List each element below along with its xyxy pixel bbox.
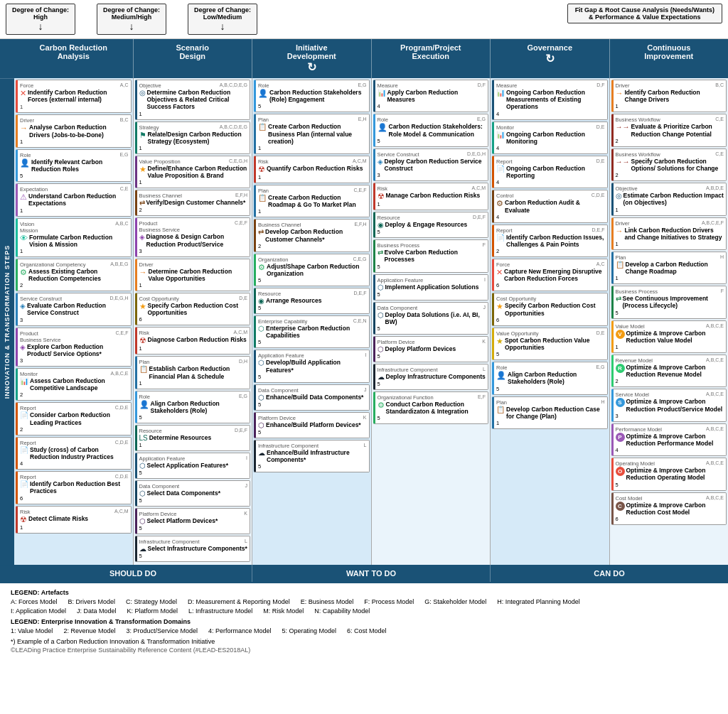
legend-item-a: A: Forces Model bbox=[11, 598, 58, 605]
card-service-1: Service Construct D,E,G,H ◈ Evaluate Car… bbox=[16, 293, 132, 325]
legend-title-2: LEGEND: Enterprise Innovation & Transfor… bbox=[11, 618, 717, 625]
card-infra-2: Infrastructure Component L ☁ Enhance/Bui… bbox=[254, 440, 370, 472]
legend-title-1: LEGEND: Artefacts bbox=[11, 589, 717, 596]
legend-item-k: K: Platform Model bbox=[127, 607, 178, 615]
column-4: Measure D,F 📊 Apply Carbon Reduction Mea… bbox=[372, 78, 491, 565]
legend-domain-4: 4: Performance Model bbox=[208, 627, 272, 634]
card-product-1: ProductBusiness Service C,E,F ◈ Explore … bbox=[16, 328, 132, 367]
legend-credit: ©LEADing Practice Enterprise Sustainabil… bbox=[11, 647, 717, 654]
column-2: Objective A,B,C,D,E,G ◎ Determine Carbon… bbox=[134, 78, 253, 565]
card-infra-1: Infrastructure Component L ☁ Select Infr… bbox=[135, 536, 251, 562]
legend-item-h: H: Integrated Planning Model bbox=[497, 598, 580, 605]
card-force-2: Force A,C ✕ Capture New Emerging Disrupt… bbox=[492, 259, 608, 291]
card-bizwf-2: Business Workflow C,E →→ Specify Carbon … bbox=[611, 148, 727, 181]
col-header-3: Initiative Development ↻ bbox=[252, 39, 372, 78]
card-resource-2: Resource D,E,F ◉ Arrange Resources 5 bbox=[254, 288, 370, 314]
legend-row-1: A: Forces Model B: Drivers Model C: Stra… bbox=[11, 598, 717, 605]
card-plan-4: Plan H 📋 Develop Carbon Reduction Case f… bbox=[492, 396, 608, 429]
card-cost-opp-1: Cost Opportunity D,E ★ Specify Carbon Re… bbox=[135, 293, 251, 325]
card-vision-1: VisionMission A,B,C 👁 Formulate Carbon R… bbox=[16, 218, 132, 257]
card-risk-4: Risk A,C,M ☢ Manage Carbon Reduction Ris… bbox=[373, 183, 489, 210]
card-value-model-1: Value Model A,B,C,E V Optimize & Improve… bbox=[611, 320, 727, 353]
card-objective-1: Objective A,B,C,D,E,G ◎ Determine Carbon… bbox=[135, 80, 251, 120]
card-enterprise-1: Enterprise Capability C,E,N ⬡ Enterprise… bbox=[254, 315, 370, 348]
card-role-1: Role E,G 👤 Identify Relevant Carbon Redu… bbox=[16, 149, 132, 182]
card-app-1: Application Feature I ⬡ Select Applicati… bbox=[135, 453, 251, 479]
card-value-prop-1: Value Proposition C,E,G,H ★ Define/Enhan… bbox=[135, 156, 251, 188]
card-orgfunc-1: Organizational Function E,F ⚙ Conduct Ca… bbox=[373, 391, 489, 424]
card-report-4: Report D,E 📄 Ongoing Carbon Reduction Re… bbox=[492, 156, 608, 188]
side-label: INNOVATION & TRANSFORMATION STEPS bbox=[0, 78, 14, 565]
card-driver-2: Driver → Determine Carbon Reduction Valu… bbox=[135, 259, 251, 291]
card-value-opp-1: Value Opportunity D,E ★ Spot Carbon Redu… bbox=[492, 328, 608, 360]
card-plan-2: Plan E,H 📋 Create Carbon Reduction Busin… bbox=[254, 114, 370, 154]
card-role-5: Role E,G 👤 Align Carbon Reduction Stakeh… bbox=[492, 362, 608, 394]
legend-note: *) Example of a Carbon Reduction Innovat… bbox=[11, 638, 717, 645]
card-role-2: Role E,G 👤 Align Carbon Reduction Stakeh… bbox=[135, 391, 251, 423]
card-force-1: Force A,C ✕ Indentify Carbon Reduction F… bbox=[16, 80, 132, 113]
card-expectation-1: Expectation C,E ⚠ Understand Carbon Redu… bbox=[16, 183, 132, 216]
legend-item-l: L: Infrastructure Model bbox=[188, 607, 252, 615]
should-do-cell: SHOULD DO bbox=[14, 565, 252, 582]
card-revenue-model-1: Revenue Model A,B,C,E R Optimize & Impro… bbox=[611, 355, 727, 387]
col-header-1: Carbon Reduction Analysis bbox=[14, 39, 134, 78]
card-data-1: Data Component J ⬡ Select Data Component… bbox=[135, 480, 251, 507]
card-resource-1: Resource D,E,F LS Determine Resources 1 bbox=[135, 425, 251, 451]
card-app-3: Application Feature I ⬡ Implement Applic… bbox=[373, 274, 489, 301]
card-service-2: Service Construct D,E,G,H ◈ Deploy Carbo… bbox=[373, 148, 489, 181]
main-container: Degree of Change: High ↓ Degree of Chang… bbox=[0, 0, 728, 659]
card-biz-chan-1: Business Channel E,F,H ⇄ Verify/Design C… bbox=[135, 190, 251, 216]
card-service-model-1: Service Model A,B,C,E S Optimize & Impro… bbox=[611, 389, 727, 421]
legend-domain-5: 5: Operating Model bbox=[282, 627, 337, 634]
legend-item-m: M: Risk Model bbox=[263, 607, 304, 615]
card-driver-3: Driver B,C → Identify Carbon Reduction C… bbox=[611, 80, 727, 112]
card-report-5: Report D,E,F 📄 Identify Carbon Reduction… bbox=[492, 225, 608, 257]
card-platform-3: Platform Device K ⬡ Deploy Platform Devi… bbox=[373, 336, 489, 362]
card-role-4: Role E,G 👤 Carbon Reduction Stakeholders… bbox=[373, 114, 489, 146]
card-data-2: Data Component J ⬡ Enhance/Build Data Co… bbox=[254, 384, 370, 411]
card-bizprocess-1: Business Process F ⇄ Evolve Carbon Reduc… bbox=[373, 239, 489, 272]
bottom-bar: SHOULD DO WANT TO DO CAN DO bbox=[0, 565, 728, 582]
card-product-2: ProductBusiness Service C,E,F ◈ Diagnose… bbox=[135, 217, 251, 256]
card-data-3: Data Component J ⬡ Deploy Data Solutions… bbox=[373, 302, 489, 335]
card-role-3: Role E,G 👤 Carbon Reduction Stakeholders… bbox=[254, 80, 370, 112]
col-header-6: Continuous Improvement bbox=[610, 39, 729, 78]
legend-item-e: E: Business Model bbox=[301, 598, 354, 605]
legend-item-d: D: Measurement & Reporting Model bbox=[188, 598, 290, 605]
card-risk-2: Risk A,C,M ☢ Diagnose Carbon Reduction R… bbox=[135, 327, 251, 355]
card-objective-2: Objective A,B,D,E ◎ Estimate Carbon Redu… bbox=[611, 183, 727, 215]
card-cost-model-1: Cost Model A,B,C,E C Optimize & Improve … bbox=[611, 492, 727, 525]
can-do-cell: CAN DO bbox=[491, 565, 728, 582]
card-plan-5: Plan H 📋 Develop a Carbon Reduction Chan… bbox=[611, 251, 727, 284]
arrow-med-high: Degree of Change: Medium/High ↓ bbox=[97, 4, 166, 35]
want-to-do-cell: WANT TO DO bbox=[252, 565, 491, 582]
card-cost-opp-2: Cost Opportunity ★ Specify Carbon Reduct… bbox=[492, 293, 608, 325]
card-control-1: Control C,D,E ⚙ Carbon Reduction Audit &… bbox=[492, 190, 608, 222]
card-measure-1: Measure D,F 📊 Apply Carbon Reduction Mea… bbox=[373, 80, 489, 112]
legend-item-n: N: Capability Model bbox=[314, 607, 370, 615]
card-plan-1: Plan D,H 📋 Establish Carbon Reduction Fi… bbox=[135, 356, 251, 389]
card-app-2: Application Feature I ⬡ Develop/Build Ap… bbox=[254, 350, 370, 382]
card-driver-1: Driver B,C → Analyse Carbon Reduction Dr… bbox=[16, 114, 132, 147]
top-arrows-row: Degree of Change: High ↓ Degree of Chang… bbox=[0, 0, 728, 39]
card-performance-model-1: Performance Model A,B,C,E P Optimize & I… bbox=[611, 423, 727, 456]
legend-domain-1: 1: Value Model bbox=[11, 627, 53, 634]
card-plan-3: Plan C,E,F 📋 Create Carbon Reduction Roa… bbox=[254, 185, 370, 217]
arrow-low-med: Degree of Change: Low/Medium ↓ bbox=[188, 4, 257, 35]
card-measure-2: Measure D,F 📊 Ongoing Carbon Reduction M… bbox=[492, 80, 608, 120]
col-header-4: Program/Project Execution bbox=[372, 39, 491, 78]
column-headers: Carbon Reduction Analysis Scenario Desig… bbox=[0, 39, 728, 78]
card-bizproc-2: Business Process F ⇄ See Continuous Impr… bbox=[611, 286, 727, 318]
card-strategy-1: Strategy A,B,C,D,E,G ⚑ Relate/Design Car… bbox=[135, 121, 251, 154]
arrow-high: Degree of Change: High ↓ bbox=[6, 4, 75, 35]
legend-item-j: J: Data Model bbox=[77, 607, 117, 615]
col-header-5: Governance ↻ bbox=[491, 39, 610, 78]
card-platform-2: Platform Device K ⬡ Enhance/Build Platfo… bbox=[254, 412, 370, 438]
card-report-2: Report C,D,E 📄 Study (cross) of Carbon R… bbox=[16, 437, 132, 470]
card-org-1: Organizational Competency A,B,E,G ⚙ Asse… bbox=[16, 259, 132, 291]
card-report-3: Report C,D,E 📄 Identify Carbon Reduction… bbox=[16, 471, 132, 504]
card-platform-1: Platform Device K ⬡ Select Platform Devi… bbox=[135, 508, 251, 534]
fit-gap-box: Fit Gap & Root Cause Analysis (Needs/Wan… bbox=[567, 4, 722, 23]
legend-area: LEGEND: Artefacts A: Forces Model B: Dri… bbox=[0, 582, 728, 659]
legend-item-f: F: Process Model bbox=[364, 598, 414, 605]
